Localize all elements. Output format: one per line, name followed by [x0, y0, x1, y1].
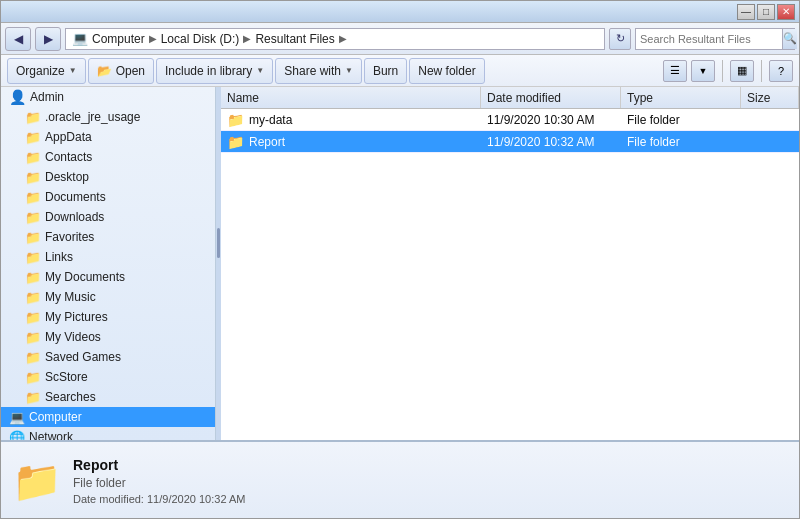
- folder-icon: 📁: [25, 290, 41, 305]
- sidebar-item-searches[interactable]: 📁 Searches: [1, 387, 215, 407]
- search-button[interactable]: 🔍: [782, 29, 797, 49]
- file-name-mydata: 📁 my-data: [221, 109, 481, 130]
- sidebar-item-desktop[interactable]: 📁 Desktop: [1, 167, 215, 187]
- sidebar-item-appdata[interactable]: 📁 AppData: [1, 127, 215, 147]
- toolbar-right: ☰ ▼ ▦ ?: [663, 60, 793, 82]
- help-button[interactable]: ?: [769, 60, 793, 82]
- sidebar-item-mypics[interactable]: 📁 My Pictures: [1, 307, 215, 327]
- folder-icon: 📁: [25, 250, 41, 265]
- preview-details: Report File folder Date modified: 11/9/2…: [73, 457, 245, 505]
- view-arrow-button[interactable]: ▼: [691, 60, 715, 82]
- sidebar-item-myvideos[interactable]: 📁 My Videos: [1, 327, 215, 347]
- folder-icon: 📁: [25, 330, 41, 345]
- include-arrow: ▼: [256, 66, 264, 75]
- sidebar-label-favorites: Favorites: [45, 230, 94, 244]
- open-button[interactable]: 📂 Open: [88, 58, 154, 84]
- close-button[interactable]: ✕: [777, 4, 795, 20]
- breadcrumb-computer[interactable]: Computer: [92, 32, 145, 46]
- folder-icon: 📁: [25, 170, 41, 185]
- sidebar: 👤 Admin 📁 .oracle_jre_usage 📁 AppData 📁 …: [1, 87, 216, 440]
- preview-date: Date modified: 11/9/2020 10:32 AM: [73, 493, 245, 505]
- col-header-type[interactable]: Type: [621, 87, 741, 108]
- share-arrow: ▼: [345, 66, 353, 75]
- sidebar-label-scstore: ScStore: [45, 370, 88, 384]
- sidebar-item-mydocs[interactable]: 📁 My Documents: [1, 267, 215, 287]
- minimize-button[interactable]: —: [737, 4, 755, 20]
- file-name-report: 📁 Report: [221, 131, 481, 152]
- view-toggle-button[interactable]: ☰: [663, 60, 687, 82]
- include-button[interactable]: Include in library ▼: [156, 58, 273, 84]
- maximize-button[interactable]: □: [757, 4, 775, 20]
- col-header-size[interactable]: Size: [741, 87, 799, 108]
- sidebar-item-admin[interactable]: 👤 Admin: [1, 87, 215, 107]
- sidebar-item-computer[interactable]: 💻 Computer: [1, 407, 215, 427]
- sidebar-item-savedgames[interactable]: 📁 Saved Games: [1, 347, 215, 367]
- new-folder-button[interactable]: New folder: [409, 58, 484, 84]
- sidebar-label-mymusic: My Music: [45, 290, 96, 304]
- folder-icon: 📁: [25, 210, 41, 225]
- folder-icon: 📁: [25, 150, 41, 165]
- sidebar-label-links: Links: [45, 250, 73, 264]
- sidebar-item-documents[interactable]: 📁 Documents: [1, 187, 215, 207]
- splitter-handle: [217, 228, 220, 258]
- sidebar-label-downloads: Downloads: [45, 210, 104, 224]
- refresh-button[interactable]: ↻: [609, 28, 631, 50]
- splitter[interactable]: [216, 87, 221, 440]
- sidebar-item-downloads[interactable]: 📁 Downloads: [1, 207, 215, 227]
- folder-icon: 📁: [25, 130, 41, 145]
- sidebar-item-scstore[interactable]: 📁 ScStore: [1, 367, 215, 387]
- forward-button[interactable]: ▶: [35, 27, 61, 51]
- share-button[interactable]: Share with ▼: [275, 58, 362, 84]
- file-row-report[interactable]: 📁 Report 11/9/2020 10:32 AM File folder: [221, 131, 799, 153]
- breadcrumb[interactable]: 💻 Computer ▶ Local Disk (D:) ▶ Resultant…: [65, 28, 605, 50]
- toolbar: Organize ▼ 📂 Open Include in library ▼ S…: [1, 55, 799, 87]
- sidebar-label-searches: Searches: [45, 390, 96, 404]
- sidebar-item-mymusic[interactable]: 📁 My Music: [1, 287, 215, 307]
- search-box: 🔍: [635, 28, 795, 50]
- sidebar-label-admin: Admin: [30, 90, 64, 104]
- preview-name: Report: [73, 457, 245, 473]
- sidebar-item-network[interactable]: 🌐 Network: [1, 427, 215, 440]
- folder-icon: 📁: [25, 370, 41, 385]
- sidebar-label-myvideos: My Videos: [45, 330, 101, 344]
- toolbar-separator: [722, 60, 723, 82]
- sidebar-label-savedgames: Saved Games: [45, 350, 121, 364]
- folder-icon-report: 📁: [227, 134, 244, 150]
- organize-button[interactable]: Organize ▼: [7, 58, 86, 84]
- folder-icon: 📁: [25, 230, 41, 245]
- user-icon: 👤: [9, 89, 26, 105]
- file-type-mydata: File folder: [621, 109, 741, 130]
- file-row-mydata[interactable]: 📁 my-data 11/9/2020 10:30 AM File folder: [221, 109, 799, 131]
- sidebar-label-computer: Computer: [29, 410, 82, 424]
- bottom-bar: 📁 Report File folder Date modified: 11/9…: [1, 440, 799, 519]
- preview-pane-button[interactable]: ▦: [730, 60, 754, 82]
- preview-type: File folder: [73, 476, 245, 490]
- back-button[interactable]: ◀: [5, 27, 31, 51]
- file-type-report: File folder: [621, 131, 741, 152]
- address-bar: ◀ ▶ 💻 Computer ▶ Local Disk (D:) ▶ Resul…: [1, 23, 799, 55]
- sidebar-item-favorites[interactable]: 📁 Favorites: [1, 227, 215, 247]
- sidebar-item-contacts[interactable]: 📁 Contacts: [1, 147, 215, 167]
- breadcrumb-folder[interactable]: Resultant Files: [255, 32, 334, 46]
- folder-icon: 📁: [25, 110, 41, 125]
- burn-button[interactable]: Burn: [364, 58, 407, 84]
- main-area: 👤 Admin 📁 .oracle_jre_usage 📁 AppData 📁 …: [1, 87, 799, 440]
- computer-icon: 💻: [9, 410, 25, 425]
- file-list: Name Date modified Type Size 📁 my-data 1…: [221, 87, 799, 440]
- network-icon: 🌐: [9, 430, 25, 441]
- file-date-mydata: 11/9/2020 10:30 AM: [481, 109, 621, 130]
- col-header-date[interactable]: Date modified: [481, 87, 621, 108]
- preview-icon: 📁: [13, 451, 61, 511]
- breadcrumb-drive[interactable]: Local Disk (D:): [161, 32, 240, 46]
- title-bar: — □ ✕: [1, 1, 799, 23]
- search-input[interactable]: [636, 33, 782, 45]
- organize-arrow: ▼: [69, 66, 77, 75]
- folder-icon: 📁: [25, 190, 41, 205]
- file-date-report: 11/9/2020 10:32 AM: [481, 131, 621, 152]
- sidebar-item-links[interactable]: 📁 Links: [1, 247, 215, 267]
- folder-icon: 📁: [25, 350, 41, 365]
- sidebar-label-appdata: AppData: [45, 130, 92, 144]
- sidebar-label-network: Network: [29, 430, 73, 440]
- col-header-name[interactable]: Name: [221, 87, 481, 108]
- sidebar-item-oracle[interactable]: 📁 .oracle_jre_usage: [1, 107, 215, 127]
